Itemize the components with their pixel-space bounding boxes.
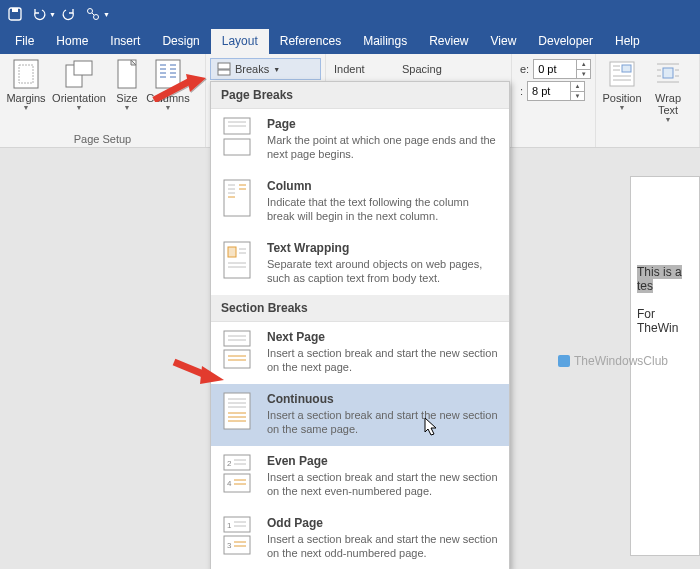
continuous-break-icon	[221, 392, 255, 430]
svg-text:1: 1	[227, 521, 232, 530]
svg-rect-8	[74, 61, 92, 75]
svg-text:3: 3	[227, 541, 232, 550]
customize-qat-icon[interactable]	[82, 3, 104, 25]
undo-icon[interactable]	[28, 3, 50, 25]
svg-rect-38	[224, 180, 250, 216]
chevron-down-icon: ▼	[124, 104, 131, 111]
svg-rect-35	[224, 139, 250, 155]
redo-icon[interactable]	[58, 3, 80, 25]
titlebar: ▼ ▼	[0, 0, 700, 28]
dropdown-header-section-breaks: Section Breaks	[211, 295, 509, 322]
tab-layout[interactable]: Layout	[211, 29, 269, 54]
dropdown-item-title: Odd Page	[267, 516, 499, 530]
qat-dropdown-icon[interactable]: ▼	[103, 11, 110, 18]
svg-point-3	[93, 15, 98, 20]
page-break-icon	[221, 117, 255, 155]
next-page-break-icon	[221, 330, 255, 368]
svg-line-4	[92, 13, 94, 15]
text-wrapping-break-icon	[221, 241, 255, 279]
tab-references[interactable]: References	[269, 29, 352, 54]
annotation-arrow-breaks	[150, 72, 210, 106]
tab-developer[interactable]: Developer	[527, 29, 604, 54]
margins-button[interactable]: Margins ▼	[4, 56, 48, 111]
svg-rect-57	[224, 393, 250, 429]
autosave-icon[interactable]	[4, 3, 26, 25]
tab-design[interactable]: Design	[151, 29, 210, 54]
document-line-2: For TheWin	[637, 307, 678, 335]
chevron-down-icon: ▼	[665, 116, 672, 123]
column-break-icon	[221, 179, 255, 217]
tab-insert[interactable]: Insert	[99, 29, 151, 54]
orientation-label: Orientation	[52, 92, 106, 104]
wrap-text-icon	[652, 58, 684, 90]
dropdown-item-title: Continuous	[267, 392, 499, 406]
svg-rect-27	[663, 68, 673, 78]
dropdown-item-title: Next Page	[267, 330, 499, 344]
undo-dropdown-icon[interactable]: ▼	[49, 11, 56, 18]
position-button[interactable]: Position ▼	[600, 56, 644, 123]
dropdown-item-desc: Mark the point at which one page ends an…	[267, 133, 499, 161]
svg-text:4: 4	[227, 479, 232, 488]
wrap-text-button[interactable]: Wrap Text ▼	[646, 56, 690, 123]
position-label: Position	[602, 92, 641, 104]
dropdown-item-title: Page	[267, 117, 499, 131]
chevron-down-icon: ▼	[23, 104, 30, 111]
spacing-before-label: e:	[520, 63, 529, 75]
spacing-after-input[interactable]: ▲▼	[527, 81, 585, 101]
orientation-button[interactable]: Orientation ▼	[50, 56, 108, 111]
svg-rect-5	[14, 60, 38, 88]
even-page-break-icon: 24	[221, 454, 255, 492]
annotation-arrow-continuous	[172, 356, 226, 386]
svg-rect-46	[228, 247, 236, 257]
tab-mailings[interactable]: Mailings	[352, 29, 418, 54]
tab-home[interactable]: Home	[45, 29, 99, 54]
spacing-after-label: :	[520, 85, 523, 97]
dropdown-item-odd-page[interactable]: 13 Odd Page Insert a section break and s…	[211, 508, 509, 569]
dropdown-item-title: Column	[267, 179, 499, 193]
dropdown-item-text-wrapping[interactable]: Text Wrapping Separate text around objec…	[211, 233, 509, 295]
svg-rect-51	[224, 331, 250, 346]
group-spacing-values: e: ▲▼ : ▲▼	[512, 54, 596, 147]
tab-view[interactable]: View	[480, 29, 528, 54]
dropdown-item-column[interactable]: Column Indicate that the text following …	[211, 171, 509, 233]
dropdown-item-desc: Separate text around objects on web page…	[267, 257, 499, 285]
dropdown-item-continuous[interactable]: Continuous Insert a section break and st…	[211, 384, 509, 446]
dropdown-item-desc: Indicate that the text following the col…	[267, 195, 499, 223]
ribbon-tabs: File Home Insert Design Layout Reference…	[0, 28, 700, 54]
wrap-text-label: Wrap Text	[646, 92, 690, 116]
svg-point-2	[87, 9, 92, 14]
indent-label: Indent	[330, 58, 398, 80]
dropdown-item-desc: Insert a section break and start the new…	[267, 470, 499, 498]
svg-rect-22	[622, 65, 631, 72]
position-icon	[606, 58, 638, 90]
mouse-cursor-icon	[424, 417, 440, 437]
breaks-button[interactable]: Breaks ▼	[210, 58, 321, 80]
spacing-label: Spacing	[398, 58, 466, 80]
tab-file[interactable]: File	[4, 29, 45, 54]
tab-review[interactable]: Review	[418, 29, 479, 54]
dropdown-item-desc: Insert a section break and start the new…	[267, 346, 499, 374]
watermark-text: TheWindowsClub	[574, 354, 668, 368]
group-arrange: Position ▼ Wrap Text ▼	[596, 54, 700, 147]
margins-icon	[10, 58, 42, 90]
svg-rect-54	[224, 350, 250, 368]
tab-help[interactable]: Help	[604, 29, 651, 54]
size-button[interactable]: Size ▼	[110, 56, 144, 111]
dropdown-item-desc: Insert a section break and start the new…	[267, 408, 499, 436]
size-label: Size	[116, 92, 137, 104]
watermark: TheWindowsClub	[558, 354, 668, 368]
spacing-before-input[interactable]: ▲▼	[533, 59, 591, 79]
chevron-down-icon: ▼	[76, 104, 83, 111]
chevron-down-icon: ▼	[273, 66, 280, 73]
dropdown-item-desc: Insert a section break and start the new…	[267, 532, 499, 560]
breaks-dropdown: Page Breaks Page Mark the point at which…	[210, 81, 510, 569]
breaks-label: Breaks	[235, 63, 269, 75]
breaks-icon	[217, 62, 231, 76]
dropdown-item-next-page[interactable]: Next Page Insert a section break and sta…	[211, 322, 509, 384]
orientation-icon	[63, 58, 95, 90]
chevron-down-icon: ▼	[619, 104, 626, 111]
dropdown-item-page[interactable]: Page Mark the point at which one page en…	[211, 109, 509, 171]
dropdown-item-even-page[interactable]: 24 Even Page Insert a section break and …	[211, 446, 509, 508]
svg-rect-20	[218, 70, 230, 75]
dropdown-item-title: Text Wrapping	[267, 241, 499, 255]
